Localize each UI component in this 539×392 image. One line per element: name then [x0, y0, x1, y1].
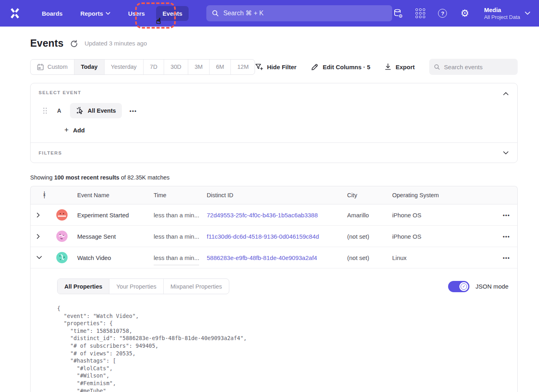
os-cell: iPhone OS: [392, 212, 479, 219]
date-option-label: Custom: [47, 64, 68, 70]
distinct-id-link[interactable]: 5886283e-e9fb-48fb-81de-40e9093a2af4: [207, 254, 347, 261]
nav-item-events[interactable]: Events: [156, 6, 189, 21]
date-option-3m[interactable]: 3M: [188, 60, 209, 74]
filter-funnel-icon: [255, 63, 263, 71]
os-cell: iPhone OS: [392, 233, 479, 240]
table-row-expanded: Watch Video less than a min... 5886283e-…: [31, 247, 517, 268]
gear-glyph: ⚙: [461, 8, 469, 18]
mixpanel-logo-icon[interactable]: [8, 6, 22, 20]
add-event-button[interactable]: + Add: [64, 126, 509, 134]
distinct-id-link[interactable]: f11c30d6-dc6d-4518-9136-0d046159c84d: [207, 233, 347, 240]
date-option-custom[interactable]: Custom: [31, 60, 74, 74]
date-option-label: 12M: [237, 64, 249, 70]
events-table: ↓ ↑ Event Name Time Distinct ID City Ope…: [30, 186, 518, 392]
column-header-os[interactable]: Operating System: [392, 192, 479, 198]
column-header-distinct-id[interactable]: Distinct ID: [207, 192, 347, 198]
event-name-cell: Message Sent: [77, 233, 154, 240]
column-header-time[interactable]: Time: [154, 192, 207, 198]
tab-all-properties[interactable]: All Properties: [58, 279, 109, 294]
filters-section[interactable]: FILTERS: [31, 143, 517, 163]
date-option-today[interactable]: Today: [74, 60, 104, 74]
row-more-button[interactable]: •••: [503, 212, 517, 218]
tab-your-properties[interactable]: Your Properties: [109, 279, 163, 294]
help-icon[interactable]: ?: [437, 8, 448, 19]
global-search[interactable]: [206, 5, 392, 21]
results-suffix: of 82.35K matches: [121, 174, 170, 181]
results-prefix: Showing: [30, 174, 53, 181]
collapse-section-button[interactable]: [503, 90, 508, 97]
edit-columns-label: Edit Columns · 5: [323, 64, 370, 70]
event-selector-pill[interactable]: All Events: [70, 103, 122, 118]
column-header-event-name[interactable]: Event Name: [77, 192, 154, 198]
export-button[interactable]: Export: [385, 63, 415, 70]
date-option-label: 3M: [195, 64, 203, 70]
pencil-icon: [311, 63, 319, 71]
chevron-down-icon: [106, 12, 110, 15]
settings-gear-icon[interactable]: ⚙: [459, 8, 470, 19]
help-glyph: ?: [438, 9, 447, 18]
date-option-12m[interactable]: 12M: [230, 60, 255, 74]
search-icon: [434, 64, 440, 70]
project-selector[interactable]: Media All Project Data: [484, 6, 530, 21]
json-mode-toggle[interactable]: ✓: [448, 281, 469, 292]
page-title: Events: [30, 37, 64, 49]
avatar: [56, 231, 68, 242]
date-option-label: 7D: [150, 64, 158, 70]
date-option-7d[interactable]: 7D: [143, 60, 164, 74]
calendar-icon: [37, 64, 44, 70]
nav-item-reports[interactable]: Reports: [74, 6, 117, 21]
check-icon: ✓: [461, 283, 467, 290]
query-builder-card: SELECT EVENT A: [30, 83, 518, 163]
event-more-button[interactable]: •••: [130, 108, 137, 114]
expand-row-chevron[interactable]: [37, 213, 53, 218]
nav-right-group: ⚙ ? ⚙ Media All Project Data: [393, 6, 530, 21]
edit-columns-button[interactable]: Edit Columns · 5: [311, 63, 370, 71]
chevron-down-icon: [525, 12, 530, 15]
json-mode-label: JSON mode: [475, 283, 508, 290]
os-cell: Linux: [392, 254, 479, 261]
updated-status: Updated 3 minutes ago: [84, 40, 147, 47]
nav-item-users[interactable]: Users: [121, 6, 151, 21]
date-option-30d[interactable]: 30D: [164, 60, 188, 74]
collapse-all-icon[interactable]: ↓ ↑: [35, 192, 53, 199]
refresh-icon[interactable]: [70, 39, 78, 47]
city-cell: (not set): [347, 254, 392, 261]
distinct-id-link[interactable]: 72d49553-25fc-4f0c-b436-1b5ac6ab3388: [207, 212, 347, 219]
search-events-box[interactable]: [429, 59, 518, 75]
row-more-button[interactable]: •••: [503, 255, 517, 261]
column-header-city[interactable]: City: [347, 192, 392, 198]
main-content: Events Updated 3 minutes ago: [0, 27, 539, 392]
export-label: Export: [395, 64, 415, 70]
date-option-6m[interactable]: 6M: [209, 60, 230, 74]
nav-item-boards[interactable]: Boards: [35, 6, 69, 21]
event-json-view: { "event": "Watch Video", "properties": …: [57, 305, 508, 392]
plus-icon: +: [64, 126, 69, 134]
results-summary: Showing 100 most recent results of 82.35…: [30, 174, 518, 181]
avatar: [56, 252, 68, 263]
expand-row-chevron[interactable]: [37, 234, 53, 239]
date-option-label: Today: [81, 64, 98, 70]
row-more-button[interactable]: •••: [503, 233, 517, 239]
global-search-input[interactable]: [223, 10, 387, 17]
time-cell: less than a min...: [154, 254, 207, 261]
event-name-cell: Experiment Started: [77, 212, 154, 219]
nav-item-label: Reports: [80, 10, 103, 17]
hide-filter-label: Hide Filter: [267, 64, 296, 70]
drag-handle-icon[interactable]: [43, 107, 48, 114]
table-row: Message Sent less than a min... f11c30d6…: [31, 226, 517, 247]
hide-filter-button[interactable]: Hide Filter: [255, 63, 296, 71]
event-detail-panel: All Properties Your Properties Mixpanel …: [31, 268, 517, 392]
nav-item-label: Events: [163, 10, 182, 17]
tab-mixpanel-properties[interactable]: Mixpanel Properties: [163, 279, 229, 294]
apps-grid-icon[interactable]: [415, 8, 426, 19]
event-name-cell: Watch Video: [77, 254, 154, 261]
collapse-row-chevron[interactable]: [37, 256, 53, 259]
time-cell: less than a min...: [154, 212, 207, 219]
search-events-input[interactable]: [444, 64, 513, 70]
event-pill-label: All Events: [88, 107, 116, 114]
data-management-icon[interactable]: ⚙: [393, 8, 403, 19]
toolbar-right: Hide Filter Edit Columns · 5 Export: [255, 59, 518, 75]
magic-cursor-icon: [76, 107, 84, 115]
date-option-yesterday[interactable]: Yesterday: [104, 60, 143, 74]
nav-item-label: Users: [128, 10, 145, 17]
